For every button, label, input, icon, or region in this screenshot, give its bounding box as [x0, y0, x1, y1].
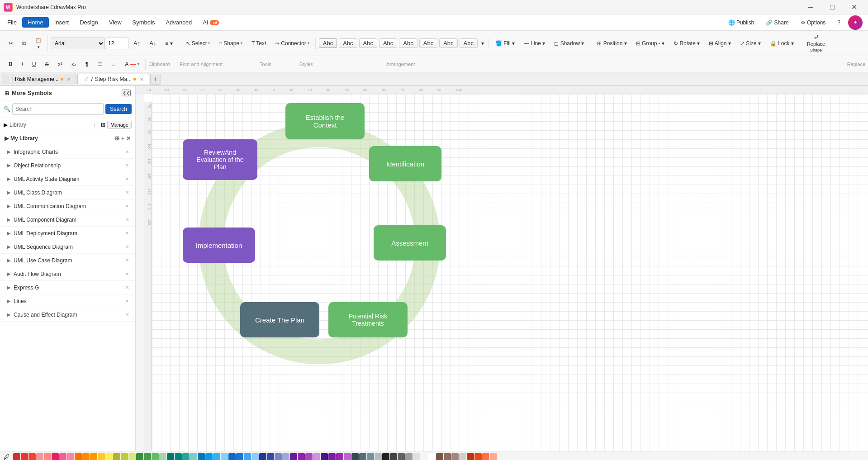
- sidebar-item-uml-component[interactable]: ▶ UML Component Diagram ✕: [0, 213, 135, 227]
- font-shrink-button[interactable]: A↓: [145, 38, 160, 49]
- color-swatch[interactable]: [267, 453, 274, 460]
- group-button[interactable]: ⊟ Group - ▾: [632, 38, 669, 49]
- color-swatch[interactable]: [198, 453, 205, 460]
- tab-close-2[interactable]: ✕: [140, 77, 143, 82]
- italic-button[interactable]: I: [18, 59, 27, 70]
- menu-advanced[interactable]: Advanced: [160, 17, 197, 28]
- line-button[interactable]: — Line ▾: [520, 38, 549, 49]
- abc-btn-6[interactable]: Abc: [419, 38, 437, 48]
- tab-close-1[interactable]: ✕: [67, 77, 71, 82]
- list2-button[interactable]: ≣: [107, 59, 120, 70]
- abc-btn-7[interactable]: Abc: [439, 38, 457, 48]
- color-swatch[interactable]: [236, 453, 243, 460]
- menu-design[interactable]: Design: [74, 17, 103, 28]
- align-button[interactable]: ⊞ Align ▾: [705, 38, 735, 49]
- item-close-icon[interactable]: ✕: [123, 162, 131, 169]
- color-swatch[interactable]: [113, 453, 120, 460]
- sidebar-item-uml-usecase[interactable]: ▶ UML Use Case Diagram ✕: [0, 254, 135, 267]
- node-create-plan[interactable]: Create The Plan: [240, 302, 319, 337]
- color-swatch[interactable]: [275, 453, 282, 460]
- size-button[interactable]: ⤢ Size ▾: [736, 38, 765, 49]
- font-selector[interactable]: Arial: [51, 38, 105, 49]
- color-swatch[interactable]: [75, 453, 82, 460]
- color-swatch[interactable]: [390, 453, 397, 460]
- font-grow-button[interactable]: A↑: [129, 38, 144, 49]
- color-swatch[interactable]: [205, 453, 213, 460]
- color-swatch[interactable]: [398, 453, 405, 460]
- my-library-add-icon[interactable]: +: [121, 135, 124, 142]
- sidebar-item-uml-sequence[interactable]: ▶ UML Sequence Diagram ✕: [0, 240, 135, 254]
- color-swatch[interactable]: [59, 453, 66, 460]
- subscript-button[interactable]: x₂: [67, 59, 81, 70]
- color-swatch[interactable]: [351, 453, 359, 460]
- menu-symbols[interactable]: Symbols: [127, 17, 161, 28]
- color-swatch[interactable]: [490, 453, 497, 460]
- fill-button[interactable]: 🪣 Fill ▾: [491, 38, 519, 49]
- color-swatch[interactable]: [98, 453, 105, 460]
- node-implementation[interactable]: Implementation: [183, 228, 255, 263]
- color-swatch[interactable]: [474, 453, 482, 460]
- node-identification[interactable]: Identification: [369, 146, 441, 181]
- menu-insert[interactable]: Insert: [49, 17, 75, 28]
- options-button[interactable]: ⚙ Options: [797, 17, 830, 28]
- text-button[interactable]: T Text: [247, 38, 270, 49]
- color-swatch[interactable]: [182, 453, 190, 460]
- color-swatch[interactable]: [405, 453, 413, 460]
- color-swatch[interactable]: [359, 453, 366, 460]
- abc-btn-8[interactable]: Abc: [460, 38, 478, 48]
- copy-button[interactable]: ⧉: [18, 38, 30, 49]
- my-library-close-icon[interactable]: ✕: [126, 135, 131, 142]
- color-swatch[interactable]: [313, 453, 320, 460]
- select-button[interactable]: ↖ Select ▾: [182, 38, 214, 49]
- position-button[interactable]: ⊞ Position ▾: [593, 38, 631, 49]
- font-color-button[interactable]: A ▾: [121, 59, 143, 70]
- sidebar-item-express-g[interactable]: ▶ Express-G ✕: [0, 281, 135, 294]
- item-close-icon[interactable]: ✕: [123, 284, 131, 291]
- color-swatch[interactable]: [321, 453, 328, 460]
- color-swatch[interactable]: [82, 453, 90, 460]
- color-swatch[interactable]: [344, 453, 351, 460]
- abc-btn-2[interactable]: Abc: [339, 38, 357, 48]
- item-close-icon[interactable]: ✕: [123, 216, 131, 223]
- color-swatch[interactable]: [382, 453, 389, 460]
- canvas-area[interactable]: -70 -60 -50 -40 -30 -20 -10 0 10 20 30 4…: [136, 86, 868, 451]
- menu-home[interactable]: Home: [22, 17, 49, 28]
- lock-button[interactable]: 🔒 Lock ▾: [766, 38, 798, 49]
- abc-btn-4[interactable]: Abc: [379, 38, 397, 48]
- strikethrough-button[interactable]: S: [41, 59, 53, 70]
- menu-ai[interactable]: AI hot: [197, 17, 224, 28]
- my-library-grid-icon[interactable]: ⊞: [115, 135, 119, 142]
- maximize-button[interactable]: □: [822, 0, 843, 14]
- paste-button[interactable]: 📋▾: [31, 35, 46, 52]
- item-close-icon[interactable]: ✕: [123, 203, 131, 209]
- color-swatch[interactable]: [282, 453, 289, 460]
- color-swatch[interactable]: [190, 453, 197, 460]
- para-button[interactable]: ¶: [81, 59, 92, 70]
- color-swatch[interactable]: [367, 453, 374, 460]
- styles-expand-button[interactable]: ▾: [479, 39, 486, 48]
- color-picker-icon[interactable]: 🖊: [4, 453, 10, 460]
- sidebar-item-object-relationship[interactable]: ▶ Object Relationship ✕: [0, 159, 135, 172]
- color-swatch[interactable]: [52, 453, 59, 460]
- color-swatch[interactable]: [221, 453, 228, 460]
- align-text-button[interactable]: ≡ ▾: [161, 38, 176, 49]
- color-swatch[interactable]: [421, 453, 428, 460]
- color-swatch[interactable]: [175, 453, 182, 460]
- color-swatch[interactable]: [213, 453, 220, 460]
- minimize-button[interactable]: ─: [800, 0, 821, 14]
- color-swatch[interactable]: [244, 453, 251, 460]
- font-size-input[interactable]: [106, 38, 128, 49]
- close-button[interactable]: ✕: [844, 0, 864, 14]
- color-swatch[interactable]: [121, 453, 128, 460]
- cut-button[interactable]: ✂: [5, 38, 17, 49]
- abc-btn-5[interactable]: Abc: [399, 38, 417, 48]
- item-close-icon[interactable]: ✕: [123, 189, 131, 196]
- shadow-button[interactable]: ◻ Shadow ▾: [550, 38, 588, 49]
- tab-7-step[interactable]: 📄 7 Step Risk Ma... ✕: [77, 74, 149, 84]
- shape-button[interactable]: □ Shape ▾: [215, 38, 247, 49]
- list-button[interactable]: ☰: [93, 59, 106, 70]
- user-avatar[interactable]: ✦: [848, 15, 863, 30]
- color-swatch[interactable]: [459, 453, 466, 460]
- color-swatch[interactable]: [136, 453, 143, 460]
- share-button[interactable]: 🔗 Share: [762, 17, 792, 28]
